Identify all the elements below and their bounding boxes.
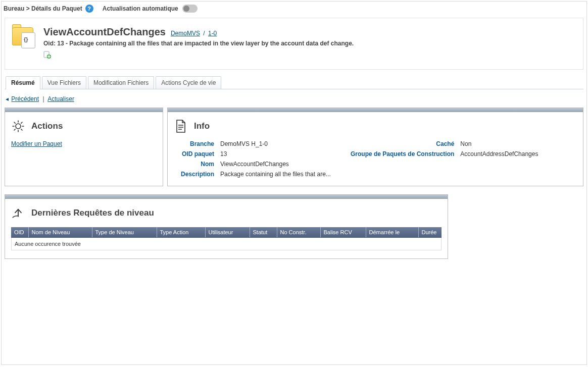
add-icon[interactable] <box>43 51 576 59</box>
panel-bar <box>5 108 163 112</box>
label-oid: OID paquet <box>174 150 214 158</box>
tab-vue-fichiers[interactable]: Vue Fichiers <box>42 76 86 89</box>
label-description: Description <box>174 171 214 178</box>
col-user[interactable]: Utilisateur <box>205 227 250 238</box>
panel-bar <box>168 108 583 112</box>
value-description: Package containing all the files that ar… <box>220 171 336 178</box>
document-icon <box>174 119 188 133</box>
gear-icon <box>11 119 25 133</box>
panel-bar <box>5 195 448 199</box>
page-title: ViewAccountDefChanges <box>43 26 166 38</box>
table-header-row: OID Nom de Niveau Type de Niveau Type Ac… <box>11 227 442 238</box>
package-icon: {} <box>12 27 36 48</box>
level-requests-title: Dernières Requêtes de niveau <box>31 208 154 218</box>
auto-refresh: Actualisation automatique <box>103 5 198 13</box>
label-branch: Branche <box>174 140 214 147</box>
tab-resume[interactable]: Résumé <box>6 76 40 89</box>
col-duration[interactable]: Durée <box>418 227 442 238</box>
value-oid: 13 <box>220 150 346 158</box>
col-oid[interactable]: OID <box>11 227 28 238</box>
label-hidden: Caché <box>351 140 454 147</box>
back-triangle-icon: ◂ <box>6 95 9 102</box>
package-header: {} ViewAccountDefChanges DemoMVS / 1-0 O… <box>5 18 583 70</box>
col-status[interactable]: Statut <box>250 227 277 238</box>
tabs: Résumé Vue Fichiers Modification Fichier… <box>5 76 583 89</box>
level-requests-table: OID Nom de Niveau Type de Niveau Type Ac… <box>11 227 442 238</box>
col-action-type[interactable]: Type Action <box>157 227 205 238</box>
value-build-group: AccountAddressDefChanges <box>460 150 577 158</box>
nav-separator: | <box>42 95 44 102</box>
arrow-up-icon <box>11 206 25 220</box>
col-rcv-tag[interactable]: Balise RCV <box>320 227 366 238</box>
breadcrumb: Bureau > Détails du Paquet <box>4 5 82 12</box>
value-branch: DemoMVS H_1-0 <box>220 140 346 147</box>
level-requests-panel: Dernières Requêtes de niveau OID Nom de … <box>5 194 448 259</box>
project-link[interactable]: DemoMVS <box>171 30 200 37</box>
actions-panel: Actions Modifier un Paquet <box>5 108 163 186</box>
auto-refresh-label: Actualisation automatique <box>103 5 178 12</box>
top-bar: Bureau > Détails du Paquet ? Actualisati… <box>2 2 586 16</box>
info-title: Info <box>194 121 210 131</box>
col-started[interactable]: Démarrée le <box>366 227 418 238</box>
title-separator: / <box>203 30 205 37</box>
back-link[interactable]: Précédent <box>11 95 39 102</box>
value-hidden: Non <box>460 140 577 147</box>
label-build-group: Groupe de Paquets de Construction <box>351 150 454 158</box>
page-subtitle: Oid: 13 - Package containing all the fil… <box>43 40 576 47</box>
tab-modification-fichiers[interactable]: Modification Fichiers <box>88 76 154 89</box>
actions-title: Actions <box>31 121 63 131</box>
version-link[interactable]: 1-0 <box>208 30 217 37</box>
tab-actions-cycle-de-vie[interactable]: Actions Cycle de vie <box>156 76 221 89</box>
col-level-type[interactable]: Type de Niveau <box>92 227 157 238</box>
svg-point-2 <box>16 124 21 129</box>
modify-package-link[interactable]: Modifier un Paquet <box>11 140 62 147</box>
refresh-link[interactable]: Actualiser <box>47 95 74 102</box>
label-name: Nom <box>174 161 214 168</box>
table-empty-message: Aucune occurence trouvée <box>11 238 442 250</box>
info-panel: Info Branche DemoMVS H_1-0 OID paquet 13… <box>167 108 583 186</box>
auto-refresh-toggle[interactable] <box>182 5 198 13</box>
nav-links: ◂ Précédent | Actualiser <box>6 95 582 102</box>
col-build-no[interactable]: No Constr. <box>277 227 320 238</box>
value-name: ViewAccountDefChanges <box>220 161 346 168</box>
col-level-name[interactable]: Nom de Niveau <box>28 227 92 238</box>
help-icon[interactable]: ? <box>85 5 93 13</box>
